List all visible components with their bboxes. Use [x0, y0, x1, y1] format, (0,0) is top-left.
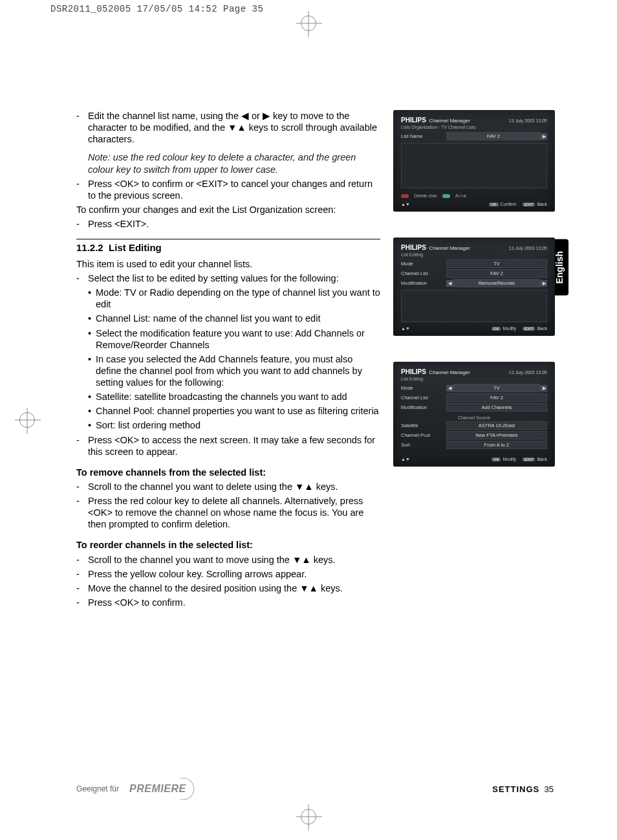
back-label: Back [537, 326, 547, 331]
bullet-text: In case you selected the Add Channels fe… [96, 353, 380, 388]
row-value: New FTA+Premiere [446, 431, 547, 439]
modify-label: Modify [503, 326, 516, 331]
row-value: FAV 2 [446, 393, 547, 402]
ok-pill: OK [492, 458, 501, 461]
main-text-column: -Edit the channel list name, using the ◀… [76, 110, 380, 611]
screen-title: Channel Manager [429, 370, 470, 375]
bullet-text: Channel Pool: channel properties you wan… [96, 405, 380, 417]
exit-pill: EXIT [523, 327, 535, 331]
screen-date: 13 July 2003 13:05 [509, 370, 547, 375]
row-label: Sort [401, 442, 446, 448]
ok-pill: OK [492, 327, 501, 331]
body-text: Press <OK> to confirm. [88, 597, 380, 608]
delete-char-label: Delete char [414, 193, 437, 198]
premiere-logo: PREMIERE [124, 782, 191, 796]
arrow-right-icon: ▶ [541, 280, 547, 287]
crop-mark-top [301, 16, 316, 31]
nav-arrows-icon: ▲▼ [401, 326, 410, 331]
brand-label: PHILIPS [401, 116, 426, 124]
row-value: From A to Z [446, 441, 547, 449]
tv-screenshot-3: PHILIPS Channel Manager 13 July 2003 13:… [393, 362, 555, 467]
arrow-right-icon: ▶ [541, 385, 547, 392]
row-value: ASTRA 19.2East [446, 421, 547, 430]
screen-subtitle: Lists Organization - TV Channel Lists [401, 125, 547, 129]
body-text: This item is used to edit your channel l… [76, 258, 380, 270]
row-label: Mode [401, 261, 446, 267]
body-text: Select the list to be edited by setting … [88, 272, 380, 284]
row-value: TV [453, 384, 541, 392]
section-heading: 11.2.2 List Editing [76, 242, 380, 254]
section-label: Channel Source [401, 415, 547, 420]
confirm-label: Confirm [501, 202, 517, 206]
row-value: FAV 2 [446, 269, 547, 278]
red-key-icon [401, 194, 409, 198]
note-text: Note: use the red colour key to delete a… [88, 151, 380, 175]
page-footer: Geeignet für PREMIERE SETTINGS 35 [76, 782, 554, 796]
arrow-left-icon: ◀ [446, 385, 453, 392]
body-text: Edit the channel list name, using the ◀ … [88, 110, 380, 145]
row-value: FAV 2 [446, 132, 541, 140]
body-text: Press <EXIT>. [88, 218, 380, 230]
screen-subtitle: List Editing [401, 252, 547, 257]
screenshot-column: PHILIPS Channel Manager 13 July 2003 13:… [393, 110, 555, 492]
sub-heading: To reorder channels in the selected list… [76, 539, 380, 551]
row-value: Remove/Reorder [453, 279, 541, 287]
nav-arrows-icon: ▲▼ [401, 457, 410, 461]
row-label: Modification [401, 280, 446, 286]
screen-title: Channel Manager [429, 118, 470, 124]
row-label: Channel List [401, 395, 446, 401]
body-text: Scroll to the channel you want to move u… [88, 554, 380, 566]
screen-date: 13 July 2003 13:05 [509, 246, 547, 250]
sub-heading: To remove channels from the selected lis… [76, 467, 380, 478]
footer-category: SETTINGS [492, 784, 539, 794]
exit-pill: EXIT [523, 203, 535, 206]
screen-title: Channel Manager [429, 245, 470, 251]
body-text: To confirm your changes and exit the Lis… [76, 204, 380, 216]
body-text: Press the red colour key to delete all c… [88, 495, 380, 530]
screen-subtitle: List Editing [401, 377, 547, 381]
row-label: Channel List [401, 271, 446, 276]
tv-screenshot-2: PHILIPS Channel Manager 13 July 2003 13:… [393, 238, 555, 336]
row-value: TV [446, 260, 547, 268]
row-value: Add Channels [446, 403, 547, 412]
row-label: Mode [401, 385, 446, 391]
body-text: Press the yellow colour key. Scrolling a… [88, 568, 380, 580]
body-text: Press <OK> to access the next screen. It… [88, 434, 380, 458]
modify-label: Modify [503, 457, 516, 461]
tv-screenshot-1: PHILIPS Channel Manager 13 July 2003 13:… [393, 110, 555, 212]
screen-date: 13 July 2003 13:05 [509, 118, 547, 123]
back-label: Back [537, 457, 547, 461]
bullet-text: Channel List: name of the channel list y… [96, 313, 380, 324]
case-label: A<>a [455, 193, 466, 198]
bullet-text: Select the modification feature you want… [96, 327, 380, 351]
print-header: DSR2011_052005 17/05/05 14:52 Page 35 [50, 4, 263, 14]
geeignet-label: Geeignet für [76, 784, 119, 793]
page-number: 35 [545, 784, 554, 794]
brand-label: PHILIPS [401, 368, 426, 375]
arrow-left-icon: ◀ [446, 280, 453, 287]
crop-mark-bottom [301, 809, 316, 824]
body-text: Scroll to the channel you want to delete… [88, 481, 380, 492]
bullet-text: Mode: TV or Radio depending on the type … [96, 287, 380, 310]
arrow-right-icon: ▶ [541, 133, 547, 140]
row-label: Satellite [401, 423, 446, 428]
crop-mark-left [19, 412, 35, 428]
body-text: Press <OK> to confirm or <EXIT> to cance… [88, 178, 380, 201]
exit-pill: EXIT [523, 458, 535, 461]
nav-arrows-icon: ▲▼ [401, 202, 410, 206]
body-text: Move the channel to the desired position… [88, 582, 380, 594]
brand-label: PHILIPS [401, 244, 426, 251]
back-label: Back [537, 202, 547, 206]
row-label: List Name [401, 133, 446, 139]
green-key-icon [442, 194, 450, 198]
ok-pill: OK [489, 203, 499, 206]
bullet-text: Satellite: satellite broadcasting the ch… [96, 391, 380, 403]
bullet-text: Sort: list ordering method [96, 419, 380, 431]
row-label: Modification [401, 404, 446, 410]
row-label: Channel Pool [401, 432, 446, 438]
